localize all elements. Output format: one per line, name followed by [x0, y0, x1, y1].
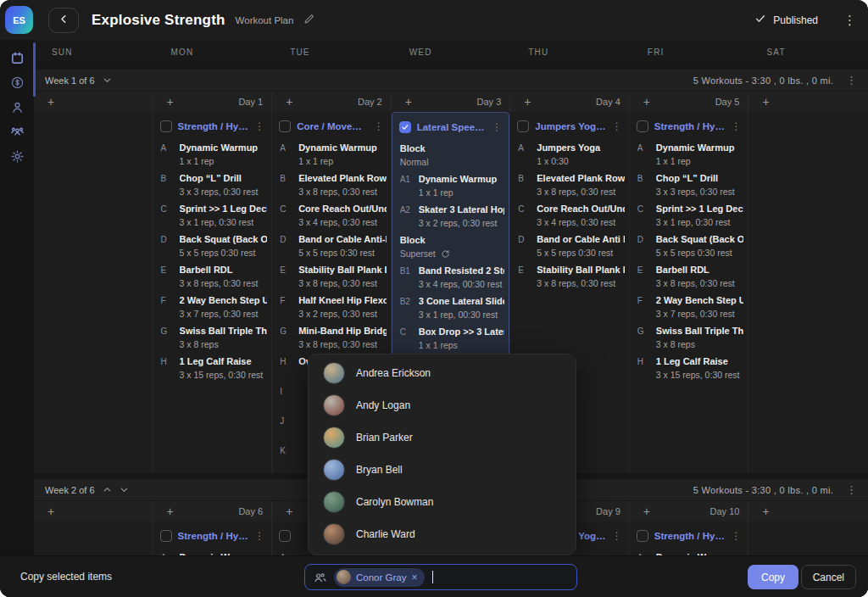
week-collapse-down-button[interactable] — [103, 75, 112, 85]
add-workout-icon[interactable]: + — [286, 505, 292, 517]
add-workout-icon[interactable]: + — [47, 96, 54, 108]
back-button[interactable] — [48, 8, 79, 33]
scrollbar-thumb[interactable] — [33, 42, 36, 97]
exercise-row[interactable]: BElevated Plank Row3 x 8 reps, 0:30 rest — [515, 173, 625, 197]
add-workout-icon[interactable]: + — [286, 96, 292, 108]
add-workout-icon[interactable]: + — [405, 96, 412, 108]
athlete-option[interactable]: Charlie Ward — [309, 518, 576, 550]
exercise-row[interactable]: BElevated Plank Row3 x 8 reps, 0:30 rest — [276, 173, 387, 197]
week-kebab-icon[interactable]: ⋮ — [846, 75, 857, 86]
exercise-row[interactable]: AJumpers Yoga1 x 0:30 — [515, 142, 625, 166]
athlete-option[interactable]: Brian Parker — [309, 421, 576, 454]
workout-checkbox[interactable] — [517, 120, 529, 132]
exercise-row[interactable]: BChop “L” Drill3 x 3 reps, 0:30 rest — [634, 173, 744, 197]
exercise-row[interactable]: DBack Squat (Back Off Set)5 x 5 reps 0:3… — [158, 234, 268, 258]
exercise-row[interactable]: EStability Ball Plank Linear ...3 x 8 re… — [276, 265, 387, 288]
add-workout-icon[interactable]: + — [643, 505, 650, 517]
exercise-row[interactable]: B1Band Resisted 2 Step Late...3 x 4 reps… — [397, 265, 505, 289]
exercise-row[interactable]: H1 Leg Calf Raise3 x 15 reps, 0:30 rest — [158, 356, 268, 380]
workout-title-link[interactable]: Strength / Hypertro... — [654, 531, 726, 541]
workout-title-link[interactable]: Lateral Speed / Plyo — [417, 122, 487, 132]
workout-title-link[interactable]: Core / Movement Q... — [297, 121, 368, 131]
exercise-row[interactable]: ADynamic Warmup1 x 1 rep — [276, 142, 387, 166]
workout-checkbox[interactable] — [399, 121, 411, 133]
add-workout-icon[interactable]: + — [643, 96, 650, 108]
exercise-row[interactable]: GSwiss Ball Triple Threat3 x 8 reps — [634, 326, 744, 349]
sidebar-item-athletes[interactable] — [0, 95, 34, 120]
exercise-row[interactable]: EBarbell RDL3 x 8 reps, 0:30 rest — [634, 265, 744, 288]
athlete-option[interactable]: Andrea Erickson — [309, 357, 576, 389]
exercise-row[interactable]: A2Skater 3 Lateral Hops >> ...3 x 2 reps… — [397, 204, 505, 228]
athlete-option[interactable]: Andy Logan — [309, 389, 576, 421]
exercise-row[interactable]: DBand or Cable Anti-Rotati...5 x 5 reps … — [276, 234, 387, 258]
exercise-row[interactable]: BChop “L” Drill3 x 3 reps, 0:30 rest — [158, 173, 268, 197]
exercise-row[interactable]: ADynamic Warmup1 x 1 rep — [634, 142, 744, 166]
assignee-chip[interactable]: Conor Gray × — [334, 568, 425, 587]
workout-kebab-icon[interactable]: ⋮ — [254, 121, 264, 131]
workout-title-link[interactable]: Jumpers Yoga / Core — [535, 121, 606, 131]
exercise-row[interactable]: A1Dynamic Warmup1 x 1 rep — [397, 174, 505, 198]
workout-kebab-icon[interactable]: ⋮ — [254, 531, 264, 541]
workout-title-link[interactable]: Strength / Hypertro... — [178, 531, 249, 541]
exercise-row[interactable]: CBox Drop >> 3 Lateral H...1 x 1 reps — [397, 326, 505, 350]
athlete-option[interactable]: Carolyn Bowman — [309, 486, 576, 518]
week-collapse-down-button[interactable] — [120, 485, 129, 494]
add-workout-icon[interactable]: + — [762, 96, 769, 108]
workout-card[interactable]: Strength / Hypertro...⋮ADynamic Warmup1 … — [153, 112, 272, 473]
exercise-row[interactable]: GMini-Band Hip Bridge w/ ...3 x 8 reps, … — [276, 326, 387, 349]
exercise-row[interactable]: F2 Way Bench Step Up3 x 7 reps, 0:30 res… — [634, 295, 744, 319]
sidebar-item-billing[interactable] — [0, 70, 34, 95]
sidebar-item-calendar[interactable] — [0, 46, 34, 70]
workout-checkbox[interactable] — [637, 530, 648, 542]
workout-kebab-icon[interactable]: ⋮ — [374, 121, 384, 131]
exercise-row[interactable]: FHalf Kneel Hip Flexor Rais...3 x 2 reps… — [276, 295, 387, 319]
exercise-row[interactable]: CCore Reach Out/Under3 x 4 reps, 0:30 re… — [276, 204, 387, 227]
workout-kebab-icon[interactable]: ⋮ — [731, 531, 741, 541]
workout-title-link[interactable]: Strength / Hypertro... — [178, 121, 249, 131]
workout-title-link[interactable]: Strength / Hypertro... — [654, 121, 726, 131]
workout-kebab-icon[interactable]: ⋮ — [492, 122, 502, 132]
exercise-row[interactable]: EStability Ball Plank Linear ...3 x 8 re… — [515, 265, 625, 288]
workout-checkbox[interactable] — [160, 530, 172, 542]
week-collapse-up-button[interactable] — [103, 485, 112, 494]
copy-button[interactable]: Copy — [748, 565, 798, 589]
exercise-row[interactable]: ADynamic Warmup1 x 1 rep — [158, 142, 268, 166]
add-workout-icon[interactable]: + — [167, 96, 174, 108]
program-avatar[interactable]: ES — [5, 6, 33, 34]
pencil-icon[interactable] — [303, 13, 315, 28]
workout-kebab-icon[interactable]: ⋮ — [612, 121, 622, 131]
cancel-button[interactable]: Cancel — [801, 565, 856, 589]
exercise-row[interactable]: CSprint >> 1 Leg Declarations3 x 1 rep, … — [158, 204, 268, 227]
exercise-row[interactable]: DBack Squat (Back Off Set)5 x 5 reps 0:3… — [634, 234, 744, 258]
exercise-row[interactable]: EBarbell RDL3 x 8 reps, 0:30 rest — [158, 265, 268, 288]
week-kebab-icon[interactable]: ⋮ — [846, 484, 857, 495]
add-workout-icon[interactable]: + — [167, 505, 174, 517]
exercise-row[interactable]: CCore Reach Out/Under3 x 4 reps, 0:30 re… — [515, 204, 625, 227]
chip-close-icon[interactable]: × — [411, 572, 417, 583]
add-workout-icon[interactable]: + — [47, 505, 54, 517]
workout-checkbox[interactable] — [279, 120, 291, 132]
exercise-row[interactable]: GSwiss Ball Triple Threat3 x 8 reps — [158, 326, 268, 349]
workout-kebab-icon[interactable]: ⋮ — [731, 121, 741, 131]
workout-card[interactable]: Strength / Hypertro...⋮ADynamic Warmup1 … — [630, 112, 748, 473]
workout-checkbox[interactable] — [279, 530, 291, 542]
publish-status[interactable]: Published — [754, 13, 818, 27]
sidebar-item-teams[interactable] — [0, 120, 34, 144]
exercise-row[interactable]: B23 Cone Lateral Slide3 x 1 rep, 00:30 r… — [397, 296, 505, 320]
header-kebab-icon[interactable]: ⋮ — [843, 14, 856, 26]
exercise-row[interactable]: F2 Way Bench Step Up3 x 7 reps, 0:30 res… — [158, 295, 268, 319]
exercise-row[interactable]: DBand or Cable Anti Rotati...5 x 5 reps … — [515, 234, 625, 258]
sidebar-item-settings[interactable] — [0, 144, 34, 169]
publish-status-label: Published — [773, 14, 818, 26]
workout-checkbox[interactable] — [637, 120, 648, 132]
workout-kebab-icon[interactable]: ⋮ — [612, 531, 622, 541]
add-workout-icon[interactable]: + — [762, 505, 769, 517]
workout-checkbox[interactable] — [160, 120, 172, 132]
exercise-row[interactable]: H1 Leg Calf Raise3 x 15 reps, 0:30 rest — [634, 356, 744, 380]
exercise-row[interactable]: CSprint >> 1 Leg Declarations3 x 1 rep, … — [634, 204, 744, 227]
athlete-avatar — [323, 362, 345, 384]
copy-action-bar: Copy selected items Conor Gray × Copy Ca… — [0, 555, 868, 597]
athlete-option[interactable]: Bryan Bell — [309, 454, 576, 486]
add-workout-icon[interactable]: + — [524, 96, 531, 108]
assignee-search-input[interactable]: Conor Gray × — [304, 564, 577, 590]
